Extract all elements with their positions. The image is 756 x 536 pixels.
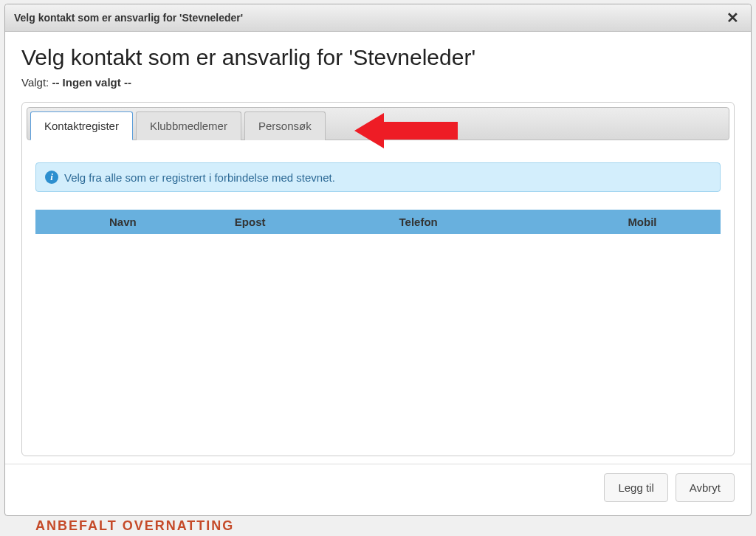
tab-content: i Velg fra alle som er registrert i forb… <box>27 162 729 448</box>
col-epost[interactable]: Epost <box>227 210 392 234</box>
tab-klubbmedlemer[interactable]: Klubbmedlemer <box>136 111 241 140</box>
dialog-footer: Legg til Avbryt <box>5 464 751 515</box>
close-icon[interactable]: ✕ <box>724 10 742 25</box>
add-button[interactable]: Legg til <box>604 473 667 502</box>
col-mobil[interactable]: Mobil <box>583 210 721 234</box>
info-icon: i <box>45 171 58 184</box>
cancel-button[interactable]: Avbryt <box>676 473 735 502</box>
page-heading: Velg kontakt som er ansvarlig for 'Stevn… <box>21 45 735 70</box>
selected-value: -- Ingen valgt -- <box>52 76 131 89</box>
info-box: i Velg fra alle som er registrert i forb… <box>35 162 721 192</box>
tabs-container: Kontaktregister Klubbmedlemer Personsøk … <box>21 102 735 456</box>
col-telefon[interactable]: Telefon <box>392 210 584 234</box>
selected-line: Valgt: -- Ingen valgt -- <box>21 76 735 89</box>
selected-label: Valgt: <box>21 76 52 89</box>
dialog-title: Velg kontakt som er ansvarlig for 'Stevn… <box>14 12 243 24</box>
table-header-row: Navn Epost Telefon Mobil <box>35 210 721 234</box>
contact-select-dialog: Velg kontakt som er ansvarlig for 'Stevn… <box>4 4 752 516</box>
col-navn[interactable]: Navn <box>35 210 227 234</box>
tab-personsok[interactable]: Personsøk <box>244 111 326 140</box>
tab-kontaktregister[interactable]: Kontaktregister <box>30 111 133 140</box>
info-text: Velg fra alle som er registrert i forbin… <box>64 171 335 184</box>
contacts-table: Navn Epost Telefon Mobil <box>35 210 721 441</box>
empty-table-area <box>35 234 721 441</box>
dialog-body: Velg kontakt som er ansvarlig for 'Stevn… <box>5 32 751 464</box>
background-partial-text: ANBEFALT OVERNATTING <box>35 518 234 534</box>
tabs-nav: Kontaktregister Klubbmedlemer Personsøk <box>27 107 729 140</box>
dialog-titlebar: Velg kontakt som er ansvarlig for 'Stevn… <box>5 4 751 32</box>
